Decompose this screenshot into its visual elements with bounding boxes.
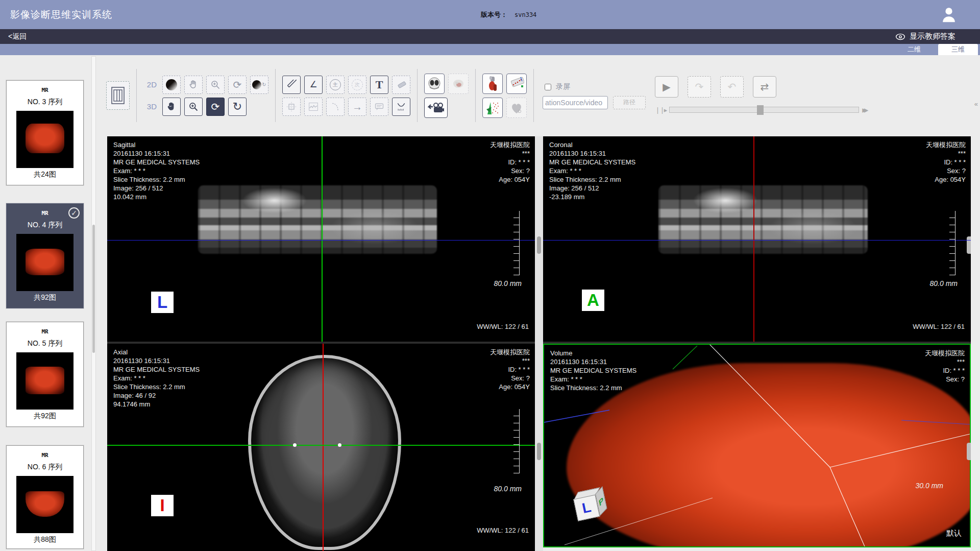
axial-scale-ruler	[513, 409, 520, 473]
coronal-scale-ruler	[949, 211, 955, 275]
rotate-right-play-button[interactable]: ↷	[688, 76, 711, 98]
2d-reset-window-button[interactable]: ↻	[250, 76, 268, 94]
perfusion-preset-button[interactable]	[482, 98, 503, 118]
curved-arrow-left-icon: ↶	[728, 81, 737, 93]
2d-cine-button[interactable]: ⟳	[228, 76, 247, 94]
comment-tool-button[interactable]	[370, 98, 388, 116]
hand-icon	[166, 102, 177, 112]
series-card-3[interactable]: MR NO. 3 序列 共24图	[6, 80, 84, 185]
ct-lung-preset-button[interactable]	[424, 74, 445, 94]
volume-head-preset-button[interactable]	[448, 74, 469, 94]
3d-pan-button[interactable]	[162, 98, 181, 116]
video-path-input[interactable]	[543, 96, 608, 109]
viewport-vertical-divider[interactable]	[535, 136, 543, 551]
sagittal-crosshair-horizontal-blue	[107, 240, 535, 241]
profile-curve-tool-button[interactable]	[304, 98, 323, 116]
toolbar-separator	[417, 69, 418, 122]
coronal-scale-label: 80.0 mm	[930, 279, 958, 288]
right-edge-scroll-handle-top[interactable]	[967, 236, 971, 254]
2d-window-level-button[interactable]	[162, 76, 181, 94]
angle-tool-button[interactable]: ∠	[304, 76, 323, 94]
sidebar-scrollbar-thumb[interactable]	[92, 225, 95, 353]
viewport-coronal[interactable]: Coronal 20161130 16:15:31 MR GE MEDICAL …	[543, 136, 971, 342]
eye-icon	[895, 33, 905, 40]
crop-crosshair-icon	[286, 102, 297, 112]
show-teacher-answer-button[interactable]: 显示教师答案	[895, 32, 955, 41]
reset-c-icon: ↻	[262, 82, 266, 87]
3d-zoom-button[interactable]	[184, 98, 203, 116]
toolbar-collapse-chevron[interactable]: «	[974, 100, 978, 108]
sagittal-wwwl: WW/WL: 122 / 61	[477, 323, 529, 330]
layout-split-icon	[111, 87, 125, 104]
series-modality: MR	[7, 452, 83, 459]
series-card-5[interactable]: MR NO. 5 序列 共92图	[6, 322, 84, 427]
tab-strip: 二维 三维	[0, 44, 980, 55]
viewport-axial[interactable]: Axial 20161130 16:15:31 MR GE MEDICAL SY…	[107, 344, 535, 551]
rotate-left-play-button[interactable]: ↶	[720, 76, 744, 98]
swap-arrows-icon: ⇄	[761, 81, 769, 93]
series-thumbnail	[16, 234, 74, 291]
orientation-cube[interactable]: P L	[572, 485, 620, 533]
spine-path-preset-button[interactable]	[506, 74, 527, 94]
export-video-button[interactable]	[424, 98, 448, 118]
speed-slider[interactable]	[669, 107, 859, 113]
toolbar-separator	[533, 69, 534, 122]
2d-pan-button[interactable]	[184, 76, 203, 94]
roi-secondary-icon: 次	[352, 79, 363, 90]
text-tool-button[interactable]: T	[370, 76, 388, 94]
back-button[interactable]: <返回	[8, 32, 27, 41]
3d-rotate-button[interactable]: ⟳	[206, 98, 225, 116]
coronal-orientation-letter: A	[582, 290, 604, 311]
sagittal-mr-image	[198, 185, 437, 254]
axial-info-overlay: Axial 20161130 16:15:31 MR GE MEDICAL SY…	[113, 348, 200, 409]
cycle-icon: ⟳	[211, 102, 220, 112]
histogram-icon	[308, 102, 318, 112]
toolbar-separator	[136, 69, 137, 122]
text-icon: T	[376, 79, 383, 90]
3d-roll-button[interactable]: ↻	[228, 98, 247, 116]
toolbar-separator	[475, 69, 476, 122]
slice-scroll-handle-top[interactable]	[537, 236, 541, 254]
layout-button[interactable]	[106, 81, 130, 110]
tab-3d[interactable]: 三维	[938, 44, 978, 55]
viewport-volume[interactable]: Volume 20161130 16:15:31 MR GE MEDICAL S…	[543, 344, 971, 547]
ellipse-roi-primary-button[interactable]: 主	[326, 76, 345, 94]
heart-preset-button[interactable]: D	[506, 98, 527, 118]
path-button[interactable]: 路径	[613, 96, 646, 109]
series-thumbnail	[16, 352, 74, 410]
crop-box-tool-button[interactable]	[282, 98, 301, 116]
arrow-tool-button[interactable]: →	[348, 98, 366, 116]
tab-2d[interactable]: 二维	[894, 44, 934, 55]
video-camera-icon	[428, 102, 444, 114]
2d-zoom-button[interactable]	[206, 76, 225, 94]
swing-play-button[interactable]: ⇄	[753, 76, 776, 98]
ruler-tool-button[interactable]	[282, 76, 301, 94]
user-icon[interactable]	[939, 5, 959, 25]
ellipse-roi-secondary-button[interactable]: 次	[348, 76, 366, 94]
muscle-bone-preset-button[interactable]	[482, 74, 503, 94]
axial-scale-label: 80.0 mm	[494, 485, 522, 493]
show-teacher-answer-label: 显示教师答案	[910, 32, 955, 41]
magnifier-plus-icon	[188, 102, 199, 112]
series-card-4[interactable]: ✓ MR NO. 4 序列 共92图	[6, 203, 84, 308]
series-name: NO. 3 序列	[7, 98, 83, 107]
play-button[interactable]: ▶	[655, 76, 678, 98]
heart-icon: D	[509, 101, 524, 115]
eraser-tool-button[interactable]	[392, 76, 410, 94]
axial-mr-image	[248, 355, 401, 550]
coronal-wwwl: WW/WL: 122 / 61	[913, 323, 965, 330]
window-level-icon	[166, 79, 177, 90]
slow-speed-icon: ❘❘▸	[655, 106, 666, 114]
app-title: 影像诊断思维实训系统	[10, 8, 112, 21]
viewport-sagittal[interactable]: Sagittal 20161130 16:15:31 MR GE MEDICAL…	[107, 136, 535, 342]
record-screen-checkbox[interactable]	[545, 84, 551, 90]
slice-scroll-handle-bottom[interactable]	[537, 443, 541, 460]
play-icon: ▶	[663, 81, 670, 93]
curve-tool-button[interactable]	[326, 98, 345, 116]
reset-default-button[interactable]: 默认	[946, 529, 962, 538]
magnifier-plus-icon	[210, 80, 220, 90]
curve-ruler-tool-button[interactable]	[392, 98, 410, 116]
sidebar-scrollbar[interactable]	[91, 56, 96, 551]
speed-slider-handle[interactable]	[757, 105, 764, 115]
series-card-6[interactable]: MR NO. 6 序列 共88图	[6, 445, 84, 549]
